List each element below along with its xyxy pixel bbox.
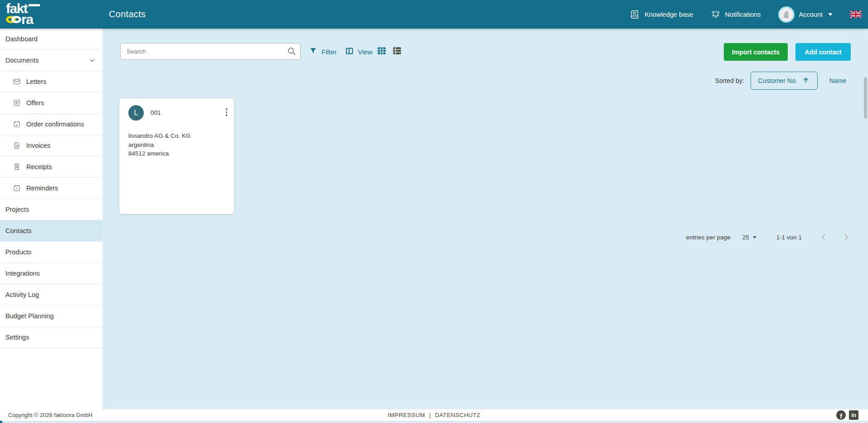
contact-city: 84512 america [128,149,190,158]
corner-accent [0,421,2,423]
grid-icon [376,46,387,56]
legal-separator: | [429,412,431,418]
sidebar-item-dashboard[interactable]: Dashboard [0,29,102,50]
filter-label: Filter [322,48,336,56]
mail-icon [13,78,21,86]
import-contacts-button[interactable]: Import contacts [724,43,788,61]
search-input[interactable] [120,43,301,60]
sidebar-item-budget-planning[interactable]: Budget Planning [0,306,102,327]
card-kebab-menu-icon[interactable] [225,107,229,117]
next-page-button[interactable] [841,232,852,243]
customer-number: 001 [151,109,161,116]
grid-view-toggle[interactable] [376,46,387,58]
filter-button[interactable]: Filter [309,47,336,57]
sidebar-item-letters[interactable]: Letters [0,71,102,92]
notifications-button[interactable]: Notifications [711,10,761,19]
invoice-document-icon [13,141,21,150]
calendar-check-icon [13,120,21,128]
main-content: Filter View Import contacts Add contact … [102,29,868,409]
logo-dash [29,4,40,6]
view-label: View [358,48,372,56]
caret-down-icon [753,236,756,238]
logo-text-bottom: ra [21,13,33,25]
sort-customer-no-button[interactable]: Customer No. [751,72,818,90]
view-columns-icon [345,47,354,57]
previous-page-button[interactable] [818,232,829,243]
per-page-select[interactable]: 25 [742,234,756,241]
sidebar-item-offers[interactable]: Offers [0,92,102,114]
sidebar-nav: Dashboard Documents Letters Offers Order… [0,29,102,409]
list-icon [392,46,402,56]
account-label: Account [799,11,823,18]
view-button[interactable]: View [345,47,372,57]
contact-address: lissandro AG & Co. KG argentina 84512 am… [128,131,190,158]
scrollbar-thumb[interactable] [864,77,867,119]
notifications-label: Notifications [725,11,761,18]
chevron-left-icon [818,232,829,243]
sidebar-item-order-confirmations[interactable]: Order confirmations [0,114,102,135]
contact-street: argentina [128,141,190,150]
knowledge-base-label: Knowledge base [644,11,693,18]
chevron-down-icon [828,13,833,16]
sidebar-item-contacts[interactable]: Contacts [0,220,102,242]
receipt-icon [13,163,21,171]
pagination: entries per page 25 1-1 von 1 [686,232,852,243]
pagination-range: 1-1 von 1 [776,234,802,241]
sidebar-item-receipts[interactable]: Receipts [0,156,102,178]
sidebar-item-documents[interactable]: Documents [0,50,102,71]
contact-avatar: L [128,105,144,121]
page-title: Contacts [109,0,146,29]
sidebar-item-projects[interactable]: Projects [0,199,102,220]
arrow-up-icon [802,76,810,86]
sidebar-item-integrations[interactable]: Integrations [0,263,102,284]
knowledge-base-button[interactable]: Knowledge base [630,10,693,19]
add-contact-button[interactable]: Add contact [795,43,851,61]
sidebar-item-products[interactable]: Products [0,242,102,263]
contact-company: lissandro AG & Co. KG [128,131,190,141]
chevron-down-icon [88,57,96,66]
sort-controls: Sorted by: Customer No. Name [715,72,852,90]
sort-name-button[interactable]: Name [829,77,846,84]
page-footer: Copyright © 2026 faktoora GmbH IMPRESSUM… [0,409,868,421]
building-icon [782,10,791,19]
account-menu-button[interactable]: Account [778,6,833,23]
language-flag-uk[interactable] [850,10,862,18]
book-icon [630,10,640,19]
impressum-link[interactable]: IMPRESSUM [388,412,425,418]
sidebar-item-reminders[interactable]: Reminders [0,178,102,199]
calendar-alert-icon [13,184,21,192]
list-view-toggle[interactable] [392,46,402,58]
account-avatar [778,6,795,23]
bell-icon [711,10,721,19]
search-icon[interactable] [287,46,297,58]
filter-funnel-icon [309,47,317,57]
chevron-right-icon [841,232,852,243]
sidebar-item-activity-log[interactable]: Activity Log [0,284,102,306]
list-document-icon [13,99,21,107]
search-box [120,43,301,60]
faktoora-logo[interactable]: fakt ra [6,2,51,27]
logo-ring-white-icon [11,16,21,23]
contact-card[interactable]: L 001 lissandro AG & Co. KG argentina 84… [119,98,234,214]
linkedin-icon[interactable]: in [849,410,858,420]
app-header: fakt ra Contacts Knowledge base [0,0,868,29]
entries-per-page-label: entries per page [686,234,731,241]
datenschutz-link[interactable]: DATENSCHUTZ [435,412,480,418]
sidebar-item-settings[interactable]: Settings [0,327,102,348]
facebook-icon[interactable]: f [836,410,846,420]
sorted-by-label: Sorted by: [715,77,744,84]
sidebar-item-invoices[interactable]: Invoices [0,135,102,156]
